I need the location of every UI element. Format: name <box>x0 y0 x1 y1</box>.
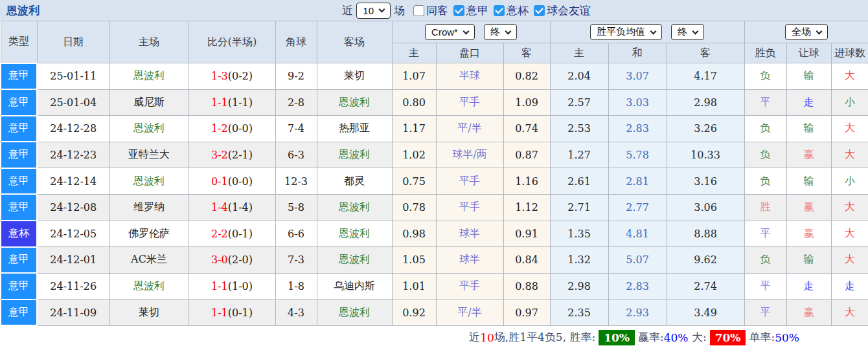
page: 恩波利 近 10 场 同客 意甲 意杯 球会友谊 <box>0 0 868 348</box>
goals-cell: 大 <box>831 63 868 90</box>
home-team-cell: 佛罗伦萨 <box>109 221 188 247</box>
score-cell: 3-0(2-0) <box>188 247 275 274</box>
odds-home-cell: 1.17 <box>392 116 436 142</box>
checkbox-serie-a[interactable] <box>453 5 464 16</box>
goals-cell: 走 <box>831 273 868 299</box>
corners-cell: 2-8 <box>275 89 317 116</box>
score-halftime: (1-4) <box>228 201 253 213</box>
subheader-avg-away: 客 <box>667 43 744 63</box>
score-fulltime: 3-0 <box>211 254 228 266</box>
corners-cell: 12-3 <box>275 168 317 195</box>
odds-source-value: Crow* <box>431 27 458 38</box>
away-team-cell: 恩波利 <box>317 221 392 247</box>
checkbox-label-coppa-italia: 意杯 <box>507 3 529 18</box>
avg-draw-cell: 2.81 <box>608 168 667 195</box>
score-fulltime: 3-2 <box>211 149 228 161</box>
odds-home-cell: 1.01 <box>392 273 436 299</box>
avg-source-select[interactable]: 胜平负均值 <box>590 24 662 40</box>
avg-away-cell: 2.98 <box>667 89 744 116</box>
score-halftime: (2-0) <box>228 254 253 266</box>
odds-home-cell: 1.02 <box>392 142 436 168</box>
odds-home-cell: 1.05 <box>392 247 436 274</box>
odds-source-select[interactable]: Crow* <box>425 24 475 40</box>
home-team-cell: AC米兰 <box>109 247 188 274</box>
handicap-result-cell: 走 <box>786 89 831 116</box>
handicap-result-cell: 输 <box>786 116 831 142</box>
checkbox-club-friendly[interactable] <box>534 5 545 16</box>
avg-source-value: 胜平负均值 <box>597 26 645 38</box>
avg-home-cell: 2.71 <box>550 194 608 221</box>
score-fulltime: 0-1 <box>211 175 228 188</box>
home-team-cell: 恩波利 <box>109 116 188 142</box>
date-cell: 24-12-01 <box>37 247 109 274</box>
summary-segment: 赢率: <box>638 330 664 345</box>
avg-home-cell: 2.98 <box>550 273 608 299</box>
handicap-cell: 平手 <box>436 194 503 221</box>
score-halftime: (1-1) <box>228 96 253 109</box>
scope-value: 全场 <box>792 26 811 38</box>
away-team-cell: 恩波利 <box>317 89 392 116</box>
date-cell: 24-12-28 <box>37 116 109 142</box>
date-cell: 25-01-04 <box>37 89 109 116</box>
odds-away-cell: 0.88 <box>503 273 550 299</box>
header-away: 客场 <box>317 21 392 63</box>
score-fulltime: 1-2 <box>211 122 228 135</box>
result-cell: 平 <box>744 299 786 326</box>
checkbox-coppa-italia[interactable] <box>494 5 505 16</box>
handicap-result-cell: 赢 <box>786 194 831 221</box>
table-row: 意甲24-11-09莱切1-1(0-1)4-3恩波利0.92平/半0.972.3… <box>1 299 868 326</box>
corners-cell: 7-3 <box>275 247 317 274</box>
page-title: 恩波利 <box>6 3 40 18</box>
table-row: 意甲24-12-23亚特兰大3-2(2-1)6-3恩波利1.02球半/两0.87… <box>1 142 868 168</box>
recent-count-select[interactable]: 10 <box>356 3 391 19</box>
home-team-cell: 恩波利 <box>109 273 188 299</box>
odds-time-select[interactable]: 终 <box>484 24 517 40</box>
avg-draw-cell: 3.03 <box>608 89 667 116</box>
date-cell: 24-12-23 <box>37 142 109 168</box>
checkbox-label-club-friendly: 球会友谊 <box>547 3 591 18</box>
checkbox-same-venue[interactable] <box>413 5 424 16</box>
handicap-cell: 球半 <box>436 247 503 274</box>
match-history-table: 类型 日期 主场 比分(半场) 角球 客场 Crow* 终 <box>0 21 868 326</box>
header-home: 主场 <box>109 21 188 63</box>
odds-home-cell: 0.80 <box>392 89 436 116</box>
odds-away-cell: 0.74 <box>503 116 550 142</box>
summary-segment: 单率: <box>749 330 775 345</box>
type-cell: 意甲 <box>1 168 37 195</box>
avg-home-cell: 2.53 <box>550 116 608 142</box>
handicap-cell: 球半/两 <box>436 142 503 168</box>
goals-cell: 小 <box>831 168 868 195</box>
odds-away-cell: 1.16 <box>503 168 550 195</box>
score-cell: 2-2(0-1) <box>188 221 275 247</box>
table-row: 意甲24-12-08维罗纳1-4(1-4)5-8恩波利0.78平手1.122.7… <box>1 194 868 221</box>
header-scope-group: 全场 <box>744 21 868 43</box>
score-cell: 1-1(1-1) <box>188 89 275 116</box>
handicap-result-cell: 赢 <box>786 142 831 168</box>
date-cell: 24-12-05 <box>37 221 109 247</box>
subheader-avg-draw: 和 <box>608 43 667 63</box>
type-cell: 意杯 <box>1 221 37 247</box>
avg-draw-cell: 2.83 <box>608 273 667 299</box>
odds-away-cell: 0.84 <box>503 247 550 274</box>
goals-cell: 大 <box>831 142 868 168</box>
scope-select[interactable]: 全场 <box>785 24 828 40</box>
goals-cell: 大 <box>831 247 868 274</box>
avg-home-cell: 1.32 <box>550 247 608 274</box>
summary-segment: 10% <box>599 330 635 345</box>
avg-away-cell: 3.26 <box>667 116 744 142</box>
odds-away-cell: 1.09 <box>503 89 550 116</box>
handicap-cell: 半球 <box>436 63 503 90</box>
recent-label: 近 <box>342 3 353 18</box>
avg-away-cell: 3.06 <box>667 194 744 221</box>
result-cell: 负 <box>744 168 786 195</box>
score-halftime: (0-0) <box>228 122 253 135</box>
odds-away-cell: 0.97 <box>503 299 550 326</box>
home-team-cell: 亚特兰大 <box>109 142 188 168</box>
score-cell: 1-2(0-0) <box>188 116 275 142</box>
avg-time-select[interactable]: 终 <box>671 24 704 40</box>
date-cell: 24-11-09 <box>37 299 109 326</box>
result-cell: 平 <box>744 221 786 247</box>
avg-away-cell: 2.74 <box>667 273 744 299</box>
avg-draw-cell: 2.77 <box>608 194 667 221</box>
result-cell: 负 <box>744 116 786 142</box>
